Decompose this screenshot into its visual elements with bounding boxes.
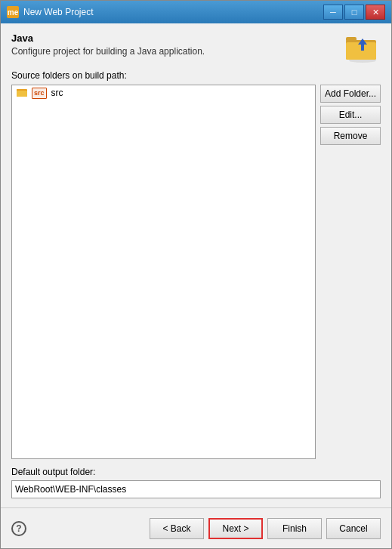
nav-buttons: < Back Next > Finish Cancel — [150, 518, 381, 539]
window: me New Web Project ─ □ ✕ Java Configure … — [0, 0, 392, 549]
svg-rect-2 — [346, 37, 357, 42]
source-folders-label: Source folders on build path: — [11, 70, 381, 81]
side-buttons: Add Folder... Edit... Remove — [320, 85, 381, 459]
main-content: Java Configure project for building a Ja… — [1, 23, 391, 507]
cancel-button[interactable]: Cancel — [326, 518, 381, 539]
page-description: Configure project for building a Java ap… — [11, 46, 337, 57]
close-button[interactable]: ✕ — [366, 5, 385, 20]
source-list[interactable]: src src — [11, 85, 316, 459]
help-button[interactable]: ? — [11, 521, 26, 536]
minimize-button[interactable]: ─ — [323, 5, 343, 20]
finish-button[interactable]: Finish — [267, 518, 322, 539]
edit-button[interactable]: Edit... — [320, 106, 381, 124]
bottom-bar: ? < Back Next > Finish Cancel — [1, 507, 391, 548]
build-path-area: src src Add Folder... Edit... Remove — [11, 85, 381, 459]
remove-button[interactable]: Remove — [320, 127, 381, 145]
header-text: Java Configure project for building a Ja… — [11, 32, 337, 57]
window-title: New Web Project — [23, 7, 319, 17]
output-section: Default output folder: — [11, 467, 381, 498]
java-folder-icon — [344, 32, 381, 63]
next-button[interactable]: Next > — [208, 518, 263, 539]
page-title: Java — [11, 32, 337, 44]
window-icon: me — [7, 6, 19, 18]
header-section: Java Configure project for building a Ja… — [11, 32, 381, 63]
list-item[interactable]: src src — [12, 85, 315, 101]
src-folder-icon — [17, 88, 29, 98]
title-bar: me New Web Project ─ □ ✕ — [1, 1, 391, 23]
back-button[interactable]: < Back — [150, 518, 204, 539]
output-label: Default output folder: — [11, 467, 381, 477]
maximize-button[interactable]: □ — [344, 5, 364, 20]
src-label-text: src — [51, 88, 63, 98]
src-badge: src — [32, 88, 47, 99]
output-folder-input[interactable] — [11, 480, 381, 498]
add-folder-button[interactable]: Add Folder... — [320, 85, 381, 103]
title-controls: ─ □ ✕ — [323, 5, 385, 20]
